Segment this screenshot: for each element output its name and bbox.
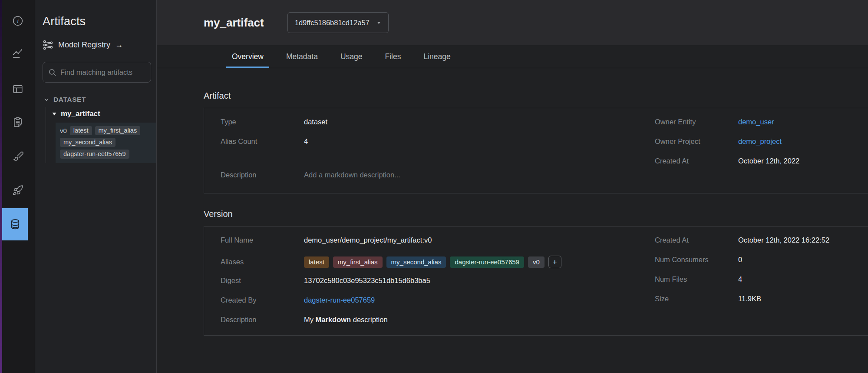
field-size: Size 11.9KB [655, 295, 868, 303]
alias-badge: my_second_alias [60, 138, 116, 147]
left-icon-rail: i [0, 0, 35, 373]
field-value: 11.9KB [738, 295, 761, 303]
tab-lineage[interactable]: Lineage [418, 45, 456, 68]
version-panel: Full Name demo_user/demo_project/my_arti… [204, 226, 868, 336]
tab-files[interactable]: Files [380, 45, 407, 68]
rocket-icon[interactable] [0, 185, 35, 196]
field-created-at: Created At October 12th, 2022 [655, 157, 868, 165]
alias-badge: latest [70, 126, 92, 135]
field-label: Description [221, 316, 304, 324]
artifact-panel-right: Owner Entity demo_user Owner Project dem… [655, 118, 868, 193]
sidebar-title: Artifacts [43, 15, 151, 28]
field-value: 4 [738, 275, 742, 283]
field-label: Num Files [655, 275, 738, 283]
created-by-run-link[interactable]: dagster-run-ee057659 [304, 296, 375, 304]
field-value: dataset [304, 118, 327, 126]
field-label: Digest [221, 276, 304, 285]
alias-badge: dagster-run-ee057659 [60, 150, 129, 159]
owner-entity-link[interactable]: demo_user [738, 118, 774, 126]
arrow-right-icon: → [115, 40, 123, 50]
artifact-panel: Type dataset Alias Count 4 Description A… [204, 108, 868, 193]
alias-tag-dagster-run[interactable]: dagster-run-ee057659 [450, 256, 524, 268]
field-label: Created By [221, 296, 304, 304]
version-digest-value: 1d9ffc5186b81cd12a57 [295, 19, 370, 27]
line-chart-icon[interactable] [0, 48, 35, 60]
alias-tag-my-second-alias[interactable]: my_second_alias [386, 256, 446, 268]
artifacts-sidebar: Artifacts Model Registry → DATASET [35, 0, 157, 373]
search-icon [48, 68, 56, 77]
field-version-description: Description My Markdown description [221, 316, 655, 324]
tree-version-item-selected[interactable]: v0 latest my_first_alias my_second_alias… [56, 123, 156, 163]
search-input[interactable] [60, 68, 145, 77]
alias-tag-latest[interactable]: latest [304, 256, 329, 268]
chevron-down-icon [376, 20, 381, 25]
model-registry-icon [43, 40, 53, 50]
field-label: Created At [655, 236, 738, 244]
tree-type-label: DATASET [53, 96, 86, 103]
artifact-tabs: Overview Metadata Usage Files Lineage [157, 45, 868, 68]
field-label: Size [655, 295, 738, 303]
description-bold-text: Markdown [316, 316, 351, 323]
description-text: My [304, 316, 316, 323]
field-value: October 12th, 2022 [738, 157, 799, 165]
dataset-subtree: my_artifact v0 latest my_first_alias my_… [46, 107, 151, 163]
field-label: Description [221, 171, 304, 179]
version-selector-dropdown[interactable]: 1d9ffc5186b81cd12a57 [287, 12, 389, 33]
alias-tag-my-first-alias[interactable]: my_first_alias [333, 256, 383, 268]
field-aliases: Aliases latest my_first_alias my_second_… [221, 256, 655, 268]
tab-metadata[interactable]: Metadata [281, 45, 323, 68]
field-label: Full Name [221, 236, 304, 244]
artifact-panel-left: Type dataset Alias Count 4 Description A… [221, 118, 655, 193]
model-registry-label: Model Registry [58, 40, 110, 50]
artifact-search[interactable] [43, 62, 151, 83]
alias-badge: my_first_alias [95, 126, 141, 135]
version-panel-right: Created At October 12th, 2022 16:22:52 N… [655, 236, 868, 335]
triangle-down-icon [52, 111, 57, 117]
field-owner-project: Owner Project demo_project [655, 137, 868, 146]
version-section-heading: Version [204, 209, 868, 219]
tab-usage[interactable]: Usage [335, 45, 368, 68]
clipboard-icon[interactable] [0, 117, 35, 128]
field-value: 0 [738, 256, 742, 264]
field-label: Owner Project [655, 137, 738, 146]
field-label: Owner Entity [655, 118, 738, 126]
tree-node-my-artifact[interactable]: my_artifact [46, 107, 151, 122]
table-icon[interactable] [0, 83, 35, 95]
field-num-files: Num Files 4 [655, 275, 868, 283]
field-owner-entity: Owner Entity demo_user [655, 118, 868, 126]
field-artifact-description: Description Add a markdown description..… [221, 171, 655, 179]
field-digest: Digest 13702c580c03e95323c51db15d6b3ba5 [221, 276, 655, 285]
version-panel-left: Full Name demo_user/demo_project/my_arti… [221, 236, 655, 335]
field-value: demo_user/demo_project/my_artifact:v0 [304, 236, 432, 244]
field-value: October 12th, 2022 16:22:52 [738, 236, 829, 244]
database-icon [9, 218, 21, 230]
brush-icon[interactable] [0, 150, 35, 161]
artifact-tree: DATASET my_artifact v0 latest my_first_a… [43, 96, 151, 163]
field-label: Created At [655, 157, 738, 165]
field-label: Alias Count [221, 137, 304, 146]
field-alias-count: Alias Count 4 [221, 137, 655, 146]
field-created-by: Created By dagster-run-ee057659 [221, 296, 655, 304]
field-label: Type [221, 118, 304, 126]
description-placeholder[interactable]: Add a markdown description... [304, 171, 400, 179]
field-label: Aliases [221, 258, 304, 266]
tree-artifact-label: my_artifact [61, 110, 100, 118]
version-number: v0 [60, 127, 67, 134]
owner-project-link[interactable]: demo_project [738, 137, 782, 146]
add-alias-button[interactable]: + [548, 256, 561, 268]
description-text: description [351, 316, 387, 323]
chevron-down-icon [43, 97, 50, 103]
info-icon[interactable]: i [0, 15, 35, 27]
field-full-name: Full Name demo_user/demo_project/my_arti… [221, 236, 655, 244]
main-panel: my_artifact 1d9ffc5186b81cd12a57 Overvie… [157, 0, 868, 373]
artifact-section-heading: Artifact [204, 91, 868, 101]
rail-item-artifacts-selected[interactable] [2, 208, 28, 240]
model-registry-link[interactable]: Model Registry → [43, 40, 151, 50]
alias-tag-v0[interactable]: v0 [528, 256, 545, 268]
tab-overview[interactable]: Overview [226, 45, 269, 68]
field-type: Type dataset [221, 118, 655, 126]
version-description-value: My Markdown description [304, 316, 388, 324]
tree-node-dataset[interactable]: DATASET [43, 96, 151, 103]
artifact-titlebar: my_artifact 1d9ffc5186b81cd12a57 [157, 0, 868, 45]
field-version-created-at: Created At October 12th, 2022 16:22:52 [655, 236, 868, 244]
